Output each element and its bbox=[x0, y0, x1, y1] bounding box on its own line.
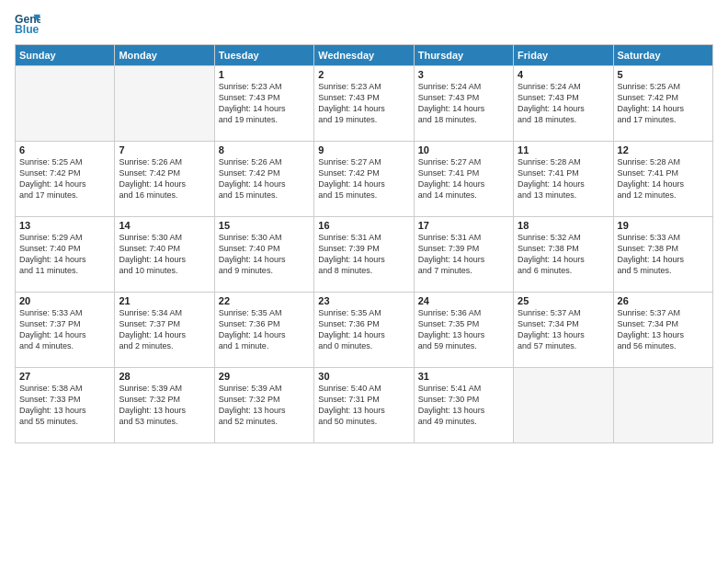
cell-info: Sunrise: 5:39 AM Sunset: 7:32 PM Dayligh… bbox=[119, 383, 210, 428]
calendar-cell bbox=[514, 368, 613, 443]
day-number: 17 bbox=[418, 220, 509, 231]
day-number: 2 bbox=[318, 69, 409, 80]
cell-info: Sunrise: 5:41 AM Sunset: 7:30 PM Dayligh… bbox=[418, 383, 509, 428]
day-number: 6 bbox=[19, 144, 110, 155]
calendar-cell: 29Sunrise: 5:39 AM Sunset: 7:32 PM Dayli… bbox=[214, 368, 313, 443]
calendar-cell: 4Sunrise: 5:24 AM Sunset: 7:43 PM Daylig… bbox=[514, 66, 613, 142]
calendar-cell: 25Sunrise: 5:37 AM Sunset: 7:34 PM Dayli… bbox=[514, 293, 613, 368]
cell-info: Sunrise: 5:25 AM Sunset: 7:42 PM Dayligh… bbox=[19, 156, 110, 201]
cell-info: Sunrise: 5:31 AM Sunset: 7:39 PM Dayligh… bbox=[318, 232, 409, 277]
day-number: 14 bbox=[119, 220, 210, 231]
day-number: 26 bbox=[618, 295, 709, 306]
calendar-cell: 2Sunrise: 5:23 AM Sunset: 7:43 PM Daylig… bbox=[314, 66, 414, 142]
cell-info: Sunrise: 5:30 AM Sunset: 7:40 PM Dayligh… bbox=[119, 232, 210, 277]
calendar-week-1: 1Sunrise: 5:23 AM Sunset: 7:43 PM Daylig… bbox=[16, 66, 713, 142]
calendar-cell: 18Sunrise: 5:32 AM Sunset: 7:38 PM Dayli… bbox=[514, 217, 613, 293]
day-number: 3 bbox=[418, 69, 509, 80]
cell-info: Sunrise: 5:29 AM Sunset: 7:40 PM Dayligh… bbox=[19, 232, 110, 277]
cell-info: Sunrise: 5:35 AM Sunset: 7:36 PM Dayligh… bbox=[318, 307, 409, 352]
day-number: 16 bbox=[318, 220, 409, 231]
cell-info: Sunrise: 5:37 AM Sunset: 7:34 PM Dayligh… bbox=[518, 307, 609, 352]
calendar-week-3: 13Sunrise: 5:29 AM Sunset: 7:40 PM Dayli… bbox=[16, 217, 713, 293]
calendar-cell: 11Sunrise: 5:28 AM Sunset: 7:41 PM Dayli… bbox=[514, 142, 613, 217]
day-number: 9 bbox=[318, 144, 409, 155]
calendar-cell: 26Sunrise: 5:37 AM Sunset: 7:34 PM Dayli… bbox=[613, 293, 712, 368]
cell-info: Sunrise: 5:28 AM Sunset: 7:41 PM Dayligh… bbox=[518, 156, 609, 201]
cell-info: Sunrise: 5:40 AM Sunset: 7:31 PM Dayligh… bbox=[318, 383, 409, 428]
day-header-sunday: Sunday bbox=[16, 45, 115, 66]
logo-icon: General Blue bbox=[15, 11, 40, 37]
cell-info: Sunrise: 5:23 AM Sunset: 7:43 PM Dayligh… bbox=[318, 81, 409, 126]
calendar-cell: 23Sunrise: 5:35 AM Sunset: 7:36 PM Dayli… bbox=[314, 293, 414, 368]
calendar-week-5: 27Sunrise: 5:38 AM Sunset: 7:33 PM Dayli… bbox=[16, 368, 713, 443]
calendar-cell: 9Sunrise: 5:27 AM Sunset: 7:42 PM Daylig… bbox=[314, 142, 414, 217]
day-header-tuesday: Tuesday bbox=[214, 45, 313, 66]
calendar-cell: 12Sunrise: 5:28 AM Sunset: 7:41 PM Dayli… bbox=[613, 142, 712, 217]
calendar-cell: 20Sunrise: 5:33 AM Sunset: 7:37 PM Dayli… bbox=[16, 293, 115, 368]
day-number: 5 bbox=[618, 69, 709, 80]
calendar-cell: 7Sunrise: 5:26 AM Sunset: 7:42 PM Daylig… bbox=[115, 142, 214, 217]
day-number: 31 bbox=[418, 371, 509, 382]
logo: General Blue bbox=[15, 11, 42, 37]
day-header-monday: Monday bbox=[115, 45, 214, 66]
calendar-cell: 30Sunrise: 5:40 AM Sunset: 7:31 PM Dayli… bbox=[314, 368, 414, 443]
calendar-cell: 19Sunrise: 5:33 AM Sunset: 7:38 PM Dayli… bbox=[613, 217, 712, 293]
day-header-thursday: Thursday bbox=[414, 45, 513, 66]
calendar-table: SundayMondayTuesdayWednesdayThursdayFrid… bbox=[15, 44, 713, 443]
cell-info: Sunrise: 5:23 AM Sunset: 7:43 PM Dayligh… bbox=[219, 81, 310, 126]
day-number: 25 bbox=[518, 295, 609, 306]
day-number: 29 bbox=[219, 371, 310, 382]
calendar-cell: 16Sunrise: 5:31 AM Sunset: 7:39 PM Dayli… bbox=[314, 217, 414, 293]
calendar-cell: 3Sunrise: 5:24 AM Sunset: 7:43 PM Daylig… bbox=[414, 66, 513, 142]
calendar-cell: 28Sunrise: 5:39 AM Sunset: 7:32 PM Dayli… bbox=[115, 368, 214, 443]
calendar-cell: 21Sunrise: 5:34 AM Sunset: 7:37 PM Dayli… bbox=[115, 293, 214, 368]
calendar-cell bbox=[613, 368, 712, 443]
cell-info: Sunrise: 5:37 AM Sunset: 7:34 PM Dayligh… bbox=[618, 307, 709, 352]
cell-info: Sunrise: 5:36 AM Sunset: 7:35 PM Dayligh… bbox=[418, 307, 509, 352]
day-number: 13 bbox=[19, 220, 110, 231]
cell-info: Sunrise: 5:30 AM Sunset: 7:40 PM Dayligh… bbox=[219, 232, 310, 277]
cell-info: Sunrise: 5:32 AM Sunset: 7:38 PM Dayligh… bbox=[518, 232, 609, 277]
cell-info: Sunrise: 5:26 AM Sunset: 7:42 PM Dayligh… bbox=[119, 156, 210, 201]
cell-info: Sunrise: 5:27 AM Sunset: 7:41 PM Dayligh… bbox=[418, 156, 509, 201]
day-number: 11 bbox=[518, 144, 609, 155]
cell-info: Sunrise: 5:25 AM Sunset: 7:42 PM Dayligh… bbox=[618, 81, 709, 126]
calendar-cell bbox=[16, 66, 115, 142]
calendar-cell: 5Sunrise: 5:25 AM Sunset: 7:42 PM Daylig… bbox=[613, 66, 712, 142]
cell-info: Sunrise: 5:24 AM Sunset: 7:43 PM Dayligh… bbox=[518, 81, 609, 126]
calendar-week-2: 6Sunrise: 5:25 AM Sunset: 7:42 PM Daylig… bbox=[16, 142, 713, 217]
day-number: 22 bbox=[219, 295, 310, 306]
day-number: 19 bbox=[618, 220, 709, 231]
calendar-cell: 31Sunrise: 5:41 AM Sunset: 7:30 PM Dayli… bbox=[414, 368, 513, 443]
cell-info: Sunrise: 5:31 AM Sunset: 7:39 PM Dayligh… bbox=[418, 232, 509, 277]
calendar-cell: 24Sunrise: 5:36 AM Sunset: 7:35 PM Dayli… bbox=[414, 293, 513, 368]
calendar-cell bbox=[115, 66, 214, 142]
calendar-cell: 17Sunrise: 5:31 AM Sunset: 7:39 PM Dayli… bbox=[414, 217, 513, 293]
day-header-friday: Friday bbox=[514, 45, 613, 66]
cell-info: Sunrise: 5:27 AM Sunset: 7:42 PM Dayligh… bbox=[318, 156, 409, 201]
day-number: 28 bbox=[119, 371, 210, 382]
svg-text:Blue: Blue bbox=[15, 23, 40, 36]
cell-info: Sunrise: 5:38 AM Sunset: 7:33 PM Dayligh… bbox=[19, 383, 110, 428]
day-number: 30 bbox=[318, 371, 409, 382]
calendar-cell: 6Sunrise: 5:25 AM Sunset: 7:42 PM Daylig… bbox=[16, 142, 115, 217]
calendar-cell: 1Sunrise: 5:23 AM Sunset: 7:43 PM Daylig… bbox=[214, 66, 313, 142]
cell-info: Sunrise: 5:33 AM Sunset: 7:37 PM Dayligh… bbox=[19, 307, 110, 352]
day-number: 1 bbox=[219, 69, 310, 80]
cell-info: Sunrise: 5:28 AM Sunset: 7:41 PM Dayligh… bbox=[618, 156, 709, 201]
calendar-header-row: SundayMondayTuesdayWednesdayThursdayFrid… bbox=[16, 45, 713, 66]
cell-info: Sunrise: 5:35 AM Sunset: 7:36 PM Dayligh… bbox=[219, 307, 310, 352]
day-number: 7 bbox=[119, 144, 210, 155]
cell-info: Sunrise: 5:34 AM Sunset: 7:37 PM Dayligh… bbox=[119, 307, 210, 352]
cell-info: Sunrise: 5:39 AM Sunset: 7:32 PM Dayligh… bbox=[219, 383, 310, 428]
day-number: 15 bbox=[219, 220, 310, 231]
day-number: 24 bbox=[418, 295, 509, 306]
day-header-saturday: Saturday bbox=[613, 45, 712, 66]
day-number: 18 bbox=[518, 220, 609, 231]
day-number: 20 bbox=[19, 295, 110, 306]
calendar-cell: 13Sunrise: 5:29 AM Sunset: 7:40 PM Dayli… bbox=[16, 217, 115, 293]
day-number: 27 bbox=[19, 371, 110, 382]
day-number: 4 bbox=[518, 69, 609, 80]
calendar-cell: 10Sunrise: 5:27 AM Sunset: 7:41 PM Dayli… bbox=[414, 142, 513, 217]
calendar-cell: 15Sunrise: 5:30 AM Sunset: 7:40 PM Dayli… bbox=[214, 217, 313, 293]
